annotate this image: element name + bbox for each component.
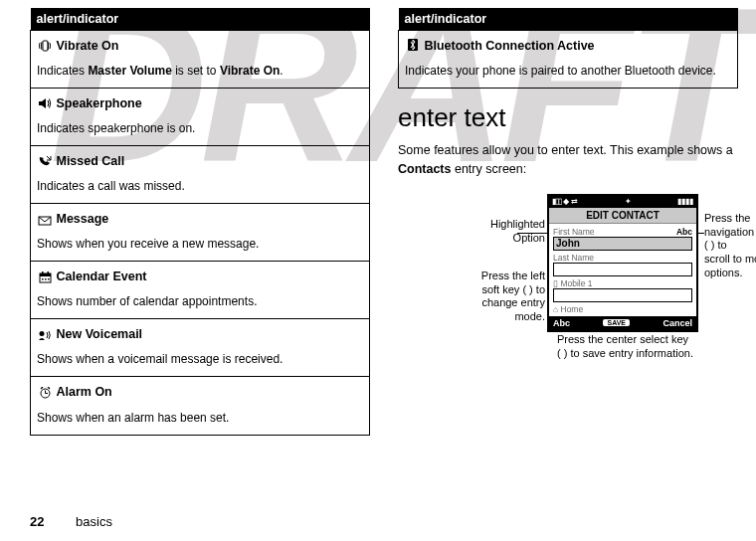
row-alarm: Alarm On Shows when an alarm has been se… — [31, 377, 370, 435]
svg-rect-6 — [42, 278, 44, 280]
alarm-title: Alarm On — [56, 385, 111, 399]
phone-screen: ▮▯▯ ◆ ⇄ ✦ ▮▮▮▮ EDIT CONTACT First NameAb… — [547, 194, 698, 332]
right-column: alert/indicator Bluetooth Connection Act… — [388, 8, 738, 541]
missed-desc: Indicates a call was missed. — [37, 177, 363, 195]
row-bluetooth: Bluetooth Connection Active Indicates yo… — [399, 31, 738, 89]
missed-call-icon — [37, 152, 53, 171]
bluetooth-icon — [405, 37, 421, 56]
row-missed: Missed Call Indicates a call was missed. — [31, 146, 370, 204]
phone-statusbar: ▮▯▯ ◆ ⇄ ✦ ▮▮▮▮ — [549, 196, 696, 208]
voicemail-title: New Voicemail — [56, 327, 142, 341]
calendar-title: Calendar Event — [56, 270, 146, 283]
callout-navkey: Press the navigation key ( ) to scroll t… — [704, 212, 756, 280]
row-voicemail: New Voicemail Shows when a voicemail mes… — [31, 319, 370, 377]
voicemail-icon — [37, 326, 53, 345]
alert-table-left: alert/indicator Vibrate On Indicates Mas… — [30, 8, 370, 436]
message-desc: Shows when you receive a new message. — [37, 235, 363, 253]
calendar-desc: Shows number of calendar appointments. — [37, 292, 363, 310]
vibrate-desc: Indicates Master Volume is set to Vibrat… — [37, 62, 363, 80]
speakerphone-desc: Indicates speakerphone is on. — [37, 119, 363, 137]
svg-rect-3 — [40, 273, 51, 276]
phone-title: EDIT CONTACT — [549, 208, 696, 224]
field3-input[interactable] — [553, 288, 692, 302]
field2-label: Last Name — [553, 253, 594, 263]
missed-title: Missed Call — [56, 154, 124, 168]
callout-center: Press the center select key ( ) to save … — [557, 333, 756, 361]
field4-label: ⌂ Home — [553, 304, 583, 314]
bluetooth-title: Bluetooth Connection Active — [424, 39, 594, 53]
row-message: Message Shows when you receive a new mes… — [31, 204, 370, 262]
bluetooth-desc: Indicates your phone is paired to anothe… — [405, 62, 731, 80]
alert-table-right: alert/indicator Bluetooth Connection Act… — [398, 8, 738, 89]
field1-input[interactable]: John — [553, 237, 692, 251]
field2-input[interactable] — [553, 263, 692, 276]
field3-label: ▯ Mobile 1 — [553, 278, 593, 288]
svg-rect-5 — [47, 271, 49, 274]
softkey-right[interactable]: Cancel — [662, 318, 692, 328]
alert-header-right: alert/indicator — [399, 8, 738, 31]
message-icon — [37, 211, 53, 230]
alarm-icon — [37, 384, 53, 403]
softkey-left[interactable]: Abc — [553, 318, 570, 328]
left-column: alert/indicator Vibrate On Indicates Mas… — [30, 8, 388, 541]
vibrate-icon — [37, 37, 53, 56]
svg-point-9 — [40, 331, 45, 336]
svg-rect-4 — [42, 271, 44, 274]
speaker-icon — [37, 94, 53, 113]
alarm-desc: Shows when an alarm has been set. — [37, 409, 363, 427]
svg-rect-8 — [48, 278, 50, 280]
field1-label: First Name — [553, 227, 595, 237]
section-heading: enter text — [398, 102, 738, 133]
row-vibrate: Vibrate On Indicates Master Volume is se… — [31, 31, 370, 89]
speakerphone-title: Speakerphone — [56, 96, 141, 110]
callout-leftsoft: Press the left soft key ( ) to change en… — [446, 270, 545, 324]
voicemail-desc: Shows when a voicemail message is receiv… — [37, 350, 363, 368]
message-title: Message — [56, 212, 108, 226]
svg-rect-0 — [43, 41, 48, 51]
vibrate-title: Vibrate On — [56, 39, 118, 53]
row-calendar: Calendar Event Shows number of calendar … — [31, 262, 370, 319]
row-speakerphone: Speakerphone Indicates speakerphone is o… — [31, 89, 370, 146]
field1-mode: Abc — [676, 227, 692, 237]
phone-diagram: HighlightedOption Press the left soft ke… — [398, 194, 738, 373]
svg-rect-7 — [45, 278, 47, 280]
alert-header-left: alert/indicator — [31, 8, 370, 31]
calendar-icon — [37, 269, 53, 287]
callout-highlighted: HighlightedOption — [456, 218, 545, 246]
section-intro: Some features allow you to enter text. T… — [398, 141, 738, 180]
softkey-center[interactable]: SAVE — [603, 319, 630, 326]
